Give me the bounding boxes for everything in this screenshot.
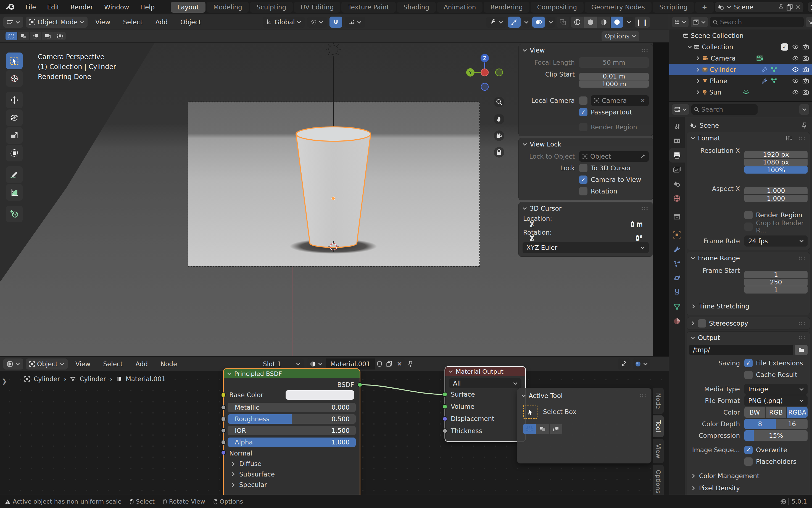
mesh-data-icon[interactable] (771, 78, 777, 83)
vp-menu-add[interactable]: Add (150, 18, 173, 26)
tool-rotate[interactable] (6, 110, 22, 126)
pixel-density-collapse[interactable]: Pixel Density (687, 482, 810, 494)
shader-menu-node[interactable]: Node (155, 361, 182, 368)
crop-checkbox[interactable] (744, 222, 753, 231)
drag-grip-icon[interactable] (798, 136, 806, 140)
volume-socket[interactable] (442, 404, 447, 409)
shading-rendered-button[interactable] (611, 16, 623, 28)
resolution-y-field[interactable]: 1080 px (744, 159, 808, 166)
tab-world-props[interactable] (669, 191, 685, 206)
tab-physics-props[interactable] (669, 271, 685, 285)
alpha-socket[interactable] (221, 440, 226, 445)
workspace-tab-rendering[interactable]: Rendering (484, 2, 529, 13)
drag-grip-icon[interactable] (798, 322, 806, 325)
node-preview-dropdown[interactable] (633, 358, 650, 370)
outliner-row-collection[interactable]: Collection ✓ (669, 41, 812, 52)
ior-slider[interactable]: IOR1.500 (228, 426, 356, 435)
lock-rotation-checkbox[interactable] (579, 187, 587, 196)
tab-tool[interactable]: Tool (653, 415, 664, 437)
add-workspace-button[interactable]: + (695, 2, 714, 13)
outliner-row-plane[interactable]: Plane (669, 75, 812, 86)
shader-canvas[interactable]: ❯ Cylinder › Cylinder › Material.001 Pri… (0, 372, 669, 495)
tab-scene-props[interactable] (669, 177, 685, 191)
tab-options[interactable]: Options (653, 465, 664, 495)
bsdf-output-socket[interactable] (357, 382, 362, 387)
file-extensions-checkbox[interactable]: ✓ (744, 359, 753, 367)
cache-result-checkbox[interactable] (744, 371, 753, 379)
workspace-tab-animation[interactable]: Animation (437, 2, 482, 13)
hide-eye-icon[interactable] (792, 56, 799, 60)
chevron-down-icon[interactable] (687, 46, 692, 48)
pin-icon[interactable] (778, 4, 784, 10)
chevron-right-icon[interactable] (697, 79, 699, 83)
properties-search[interactable] (691, 104, 758, 115)
specular-collapse[interactable]: Specular (224, 479, 360, 490)
shading-dropdown[interactable] (625, 16, 633, 28)
workspace-tab-uv-editing[interactable]: UV Editing (294, 2, 340, 13)
select-mode-new-button[interactable] (523, 424, 536, 434)
rotation-mode-dropdown[interactable]: XYZ Euler (523, 242, 649, 253)
passepartout-checkbox[interactable]: ✓ (579, 108, 587, 116)
editor-type-button[interactable] (3, 16, 23, 28)
output-path-field[interactable]: /tmp/ (689, 345, 793, 355)
principled-bsdf-node[interactable]: Principled BSDF BSDF Base Color Metallic… (224, 369, 360, 495)
orientation-dropdown[interactable]: Global (263, 16, 305, 28)
proportional-edit-dropdown[interactable] (345, 16, 365, 28)
select-mode-subtract-button[interactable] (550, 424, 562, 434)
frame-start-field[interactable]: 1 (744, 271, 808, 278)
modifier-wrench-icon[interactable] (762, 78, 767, 84)
ior-socket[interactable] (221, 428, 226, 433)
select-mode-intersect[interactable] (54, 32, 66, 40)
cursor-3d-header[interactable]: 3D Cursor (519, 202, 653, 214)
scene-selector[interactable]: Scene ✕ (715, 2, 804, 12)
color-rgb-button[interactable]: RGB (766, 407, 786, 418)
hide-eye-icon[interactable] (792, 44, 799, 49)
fake-user-shield-icon[interactable] (375, 361, 384, 367)
base-color-socket[interactable] (221, 392, 226, 397)
camera-to-view-checkbox[interactable]: ✓ (579, 175, 587, 184)
material-name-field[interactable]: Material.001 (326, 358, 375, 370)
workspace-tab-sculpting[interactable]: Sculpting (250, 2, 293, 13)
menu-window[interactable]: Window (99, 2, 135, 12)
pivot-dropdown[interactable] (307, 16, 327, 28)
thickness-socket[interactable] (442, 428, 447, 433)
stereoscopy-checkbox[interactable] (698, 319, 706, 328)
pause-render-button[interactable]: ❙❙ (635, 16, 650, 28)
depth-16-button[interactable]: 16 (776, 419, 808, 429)
tool-measure[interactable] (6, 184, 22, 201)
clip-start-field[interactable]: 0.01 m (579, 73, 649, 80)
outliner-row-scene-collection[interactable]: Scene Collection (669, 30, 812, 41)
shading-material-button[interactable] (598, 16, 610, 28)
tab-particles-props[interactable] (669, 256, 685, 271)
outliner-filter[interactable] (806, 17, 812, 27)
shader-menu-select[interactable]: Select (98, 361, 128, 368)
camera-view-button[interactable] (494, 130, 504, 141)
outliner-row-cylinder[interactable]: Cylinder (669, 64, 812, 75)
metallic-socket[interactable] (221, 405, 226, 410)
new-scene-icon[interactable] (786, 4, 793, 10)
to-3d-cursor-checkbox[interactable] (579, 164, 587, 172)
format-header[interactable]: Format (687, 132, 810, 144)
gizmos-dropdown[interactable] (522, 16, 531, 28)
select-mode-extend[interactable] (18, 32, 29, 40)
unlink-material-icon[interactable]: ✕ (394, 361, 405, 368)
local-camera-field[interactable]: Camera ✕ (591, 95, 649, 106)
shader-editor-type[interactable] (3, 358, 23, 370)
shader-type-dropdown[interactable]: Object (26, 358, 68, 370)
displacement-socket[interactable] (442, 416, 447, 421)
tab-view[interactable]: View (653, 439, 664, 463)
shading-solid-button[interactable] (584, 16, 597, 28)
color-rgba-button[interactable]: RGBA (787, 407, 808, 418)
object-visibility-dropdown[interactable] (486, 16, 506, 28)
outliner-display-mode[interactable] (672, 17, 688, 27)
local-camera-checkbox[interactable] (579, 96, 587, 105)
eyedropper-icon[interactable] (640, 154, 646, 159)
tab-collection-props[interactable] (669, 210, 685, 224)
workspace-tab-shading[interactable]: Shading (397, 2, 436, 13)
workspace-tab-modeling[interactable]: Modeling (206, 2, 249, 13)
properties-editor-type[interactable] (672, 104, 689, 115)
hide-eye-icon[interactable] (792, 79, 799, 83)
disable-render-icon[interactable] (803, 44, 809, 49)
presets-icon[interactable] (785, 135, 792, 141)
disable-render-icon[interactable] (803, 67, 809, 72)
